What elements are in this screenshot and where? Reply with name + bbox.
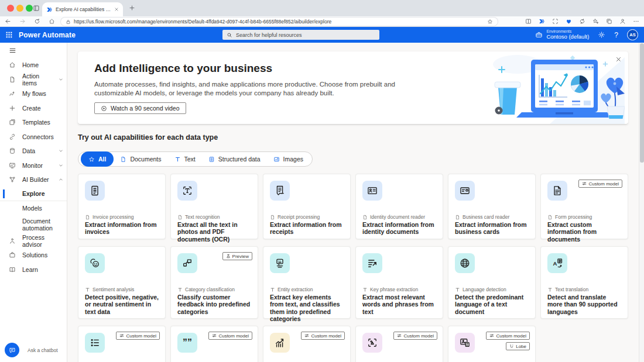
sidebar-item-home[interactable]: Home (0, 58, 67, 73)
chatbot-label: Ask a chatbot (28, 347, 58, 353)
sidebar-item-learn[interactable]: Learn (0, 263, 67, 277)
badge-label: Preview (232, 254, 249, 259)
web-capture-icon[interactable] (552, 18, 559, 25)
browser-tab[interactable]: Explore AI capabilities | Power (42, 2, 123, 16)
doc-icon (362, 215, 368, 220)
chat-icon[interactable] (5, 343, 19, 357)
chevron-up-icon[interactable] (59, 177, 63, 182)
sidebar-item-create[interactable]: Create (0, 101, 67, 116)
card-objdetect[interactable]: Custom model (355, 326, 443, 362)
sidebar-item-my-flows[interactable]: My flows (0, 87, 67, 101)
lock-icon[interactable] (66, 19, 71, 25)
split-screen-icon[interactable] (525, 18, 532, 25)
sidebar-item-action-items[interactable]: Action items (0, 73, 67, 87)
banner-description: Automate processes, find insights, and m… (94, 80, 431, 98)
favorite-star-icon[interactable] (487, 19, 493, 25)
sliders-icon (397, 333, 402, 338)
collections-icon[interactable] (606, 18, 612, 25)
home-icon[interactable] (49, 18, 55, 25)
sidebar-collapse-icon[interactable] (0, 43, 67, 58)
sidebar-item-explore[interactable]: Explore (0, 187, 67, 202)
capability-card-grid: Invoice processingExtract information fr… (78, 174, 644, 362)
user-avatar[interactable]: AS (627, 29, 638, 40)
macos-zoom-button[interactable] (26, 5, 33, 12)
environment-picker[interactable]: Environments Contoso (default) (535, 29, 589, 40)
card-sentiment-analysis[interactable]: Sentiment analysisDetect positive, negat… (78, 246, 166, 319)
tab-actions-icon[interactable] (33, 5, 40, 12)
waffle-menu-icon[interactable] (0, 31, 19, 39)
card-trending[interactable]: Custom model (263, 326, 351, 362)
card-language-detection[interactable]: Language detectionDetect the predominant… (448, 246, 536, 319)
chatbot-button[interactable]: Ask a chatbot (5, 343, 58, 357)
card-key-phrase-extraction[interactable]: Key phrase extractionExtract most releva… (355, 246, 443, 319)
page-scrollbar[interactable] (639, 43, 644, 362)
sidebar-item-connectors[interactable]: Connectors (0, 130, 67, 144)
settings-gear-icon[interactable] (598, 31, 605, 39)
profile-icon[interactable] (619, 18, 626, 25)
card-business-card-reader[interactable]: Business card readerExtract information … (448, 174, 536, 239)
power-automate-icon[interactable] (539, 18, 545, 25)
global-search-input[interactable]: Search for helpful resources (222, 30, 379, 40)
card-identity-document-reader[interactable]: Identity document readerExtract informat… (355, 174, 443, 239)
watch-video-button[interactable]: Watch a 90 second video (94, 102, 186, 114)
badge-custom-model: Custom model (578, 180, 622, 188)
tab-close-icon[interactable] (114, 7, 119, 12)
sidebar-item-solutions[interactable]: Solutions (0, 248, 67, 263)
chevron-down-icon[interactable] (59, 77, 63, 82)
sidebar-item-process-advisor[interactable]: Process advisor (0, 234, 67, 249)
card-description: Extract information from identity docume… (362, 221, 437, 236)
aibuilder-icon (9, 176, 16, 183)
badge-lobe: Lobe (506, 342, 530, 350)
sidebar-item-models[interactable]: Models (0, 201, 67, 216)
refresh-icon[interactable] (34, 18, 40, 25)
card-receipt-processing[interactable]: Receipt processingExtract information fr… (263, 174, 351, 239)
card-category-classification[interactable]: PreviewCategory classificationClassify c… (170, 246, 258, 319)
card-category-label: Category classification (185, 287, 235, 292)
macos-close-button[interactable] (7, 5, 14, 12)
card-form-processing[interactable]: Custom modelForm processingExtract custo… (540, 174, 628, 239)
card-invoice-processing[interactable]: Invoice processingExtract information fr… (78, 174, 166, 239)
scrollbar-thumb[interactable] (640, 43, 644, 163)
imageclass-icon (459, 337, 471, 349)
filter-pill-all[interactable]: All (81, 151, 114, 167)
more-menu-icon[interactable] (633, 18, 639, 25)
app-title[interactable]: Power Automate (19, 31, 76, 39)
filter-pill-images[interactable]: Images (267, 151, 310, 167)
help-button[interactable]: ? (614, 31, 618, 39)
doc-icon (85, 215, 90, 220)
chevron-down-icon[interactable] (59, 149, 63, 153)
sidebar-item-monitor[interactable]: Monitor (0, 158, 67, 173)
address-bar[interactable]: https://us.flow.microsoft.com/manage/env… (61, 18, 498, 26)
card-imageclass[interactable]: Custom modelLobe (448, 326, 536, 362)
filter-pill-text[interactable]: Text (168, 151, 202, 167)
browser-tab-strip: Explore AI capabilities | Power (0, 0, 644, 16)
tab-title: Explore AI capabilities | Power (56, 6, 111, 12)
card-category: Form processing (547, 214, 592, 220)
macos-minimize-button[interactable] (16, 5, 23, 12)
card-text-translation[interactable]: Text translationDetect and translate mor… (540, 246, 628, 319)
filter-pill-documents[interactable]: Documents (114, 151, 167, 167)
card-list[interactable]: Custom model (78, 326, 166, 362)
sidebar-item-ai-builder[interactable]: AI Builder (0, 173, 67, 187)
forward-icon[interactable] (19, 18, 26, 25)
badge-custom-model: Custom model (301, 332, 345, 340)
card-entity-extraction[interactable]: Entity extractionExtract key elements fr… (263, 246, 351, 319)
sidebar-item-document-automation[interactable]: Document automation (0, 216, 67, 234)
globe-icon (459, 257, 471, 269)
sidebar-item-templates[interactable]: Templates (0, 115, 67, 130)
chevron-down-icon[interactable] (59, 163, 63, 168)
add-favorite-icon[interactable] (592, 18, 599, 25)
card-quotes[interactable]: Custom model (170, 326, 258, 362)
letter-t-icon (177, 287, 183, 292)
sync-icon[interactable] (579, 18, 585, 25)
card-category: Entity extraction (270, 287, 313, 292)
badge-label: Custom model (311, 333, 341, 339)
sidebar-item-data[interactable]: Data (0, 144, 67, 158)
filter-pill-structured-data[interactable]: Structured data (202, 151, 267, 167)
new-tab-button[interactable] (129, 5, 135, 11)
card-text-recognition[interactable]: Text recognitionExtract all the text in … (170, 174, 258, 239)
browser-essentials-icon[interactable] (566, 18, 572, 25)
card-icon-tile (547, 253, 567, 273)
back-icon[interactable] (5, 18, 11, 25)
letter-t-icon (362, 287, 368, 292)
